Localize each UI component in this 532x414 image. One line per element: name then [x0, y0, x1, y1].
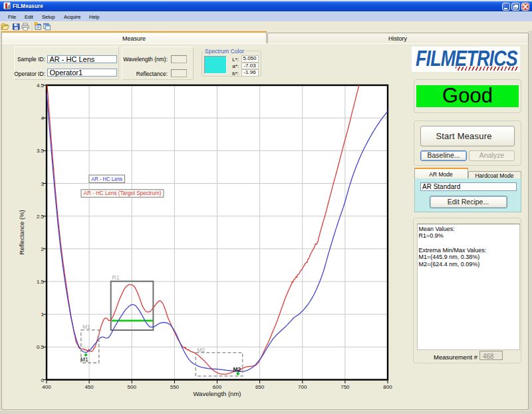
svg-text:M1: M1 [82, 323, 90, 330]
svg-text:R1: R1 [112, 274, 120, 281]
svg-text:1: 1 [41, 311, 45, 317]
svg-text:550: 550 [170, 384, 180, 390]
svg-text:750: 750 [340, 384, 350, 390]
svg-text:AR - HC Lens: AR - HC Lens [91, 176, 122, 182]
svg-text:0: 0 [41, 377, 45, 383]
svg-text:700: 700 [298, 384, 307, 390]
svg-text:3: 3 [41, 181, 45, 187]
svg-text:3.5: 3.5 [37, 148, 45, 154]
svg-text:500: 500 [128, 384, 137, 390]
svg-text:Wavelength (nm): Wavelength (nm) [194, 390, 241, 397]
svg-text:0.5: 0.5 [37, 344, 45, 350]
svg-text:2: 2 [41, 246, 45, 252]
svg-text:400: 400 [42, 384, 51, 390]
svg-text:800: 800 [383, 384, 392, 390]
svg-text:4.5: 4.5 [37, 83, 45, 89]
svg-text:4: 4 [41, 115, 45, 121]
svg-text:M1: M1 [80, 356, 88, 363]
svg-text:2.5: 2.5 [37, 214, 45, 220]
svg-text:AR - HC Lens (Target Spectrum): AR - HC Lens (Target Spectrum) [84, 190, 162, 196]
svg-text:Reflectance (%): Reflectance (%) [18, 210, 25, 255]
svg-text:M2: M2 [233, 366, 241, 373]
svg-text:M2: M2 [198, 347, 205, 353]
svg-text:650: 650 [255, 384, 265, 390]
svg-text:1.5: 1.5 [37, 279, 45, 285]
svg-text:450: 450 [84, 384, 94, 390]
svg-text:600: 600 [213, 384, 222, 390]
